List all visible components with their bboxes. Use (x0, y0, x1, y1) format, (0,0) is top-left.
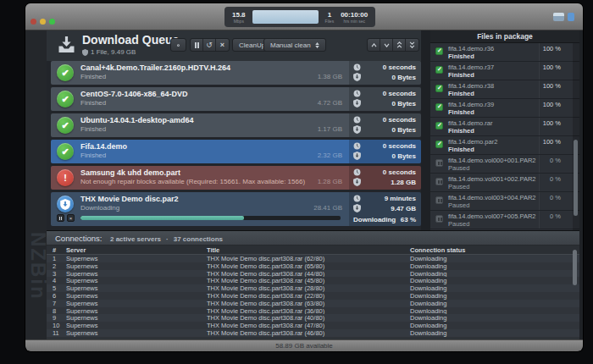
package-file-row[interactable]: fifa.14.demo.vol001+002.PAR2 Paused 0 % (430, 174, 579, 192)
file-percent: 100 % (543, 138, 561, 146)
file-state-checkbox[interactable] (435, 178, 443, 185)
queue-item-title: Canal+4k.Demo.Trailer.2160p.HDTV.H.264 (80, 63, 230, 72)
connection-status: Downloading (410, 322, 579, 329)
move-up-button[interactable] (368, 39, 380, 51)
connection-server: Supernews (66, 255, 207, 262)
zoom-window-button[interactable] (49, 19, 55, 25)
bytes-left: 0 Bytes (392, 152, 416, 160)
file-percent: 0 % (550, 157, 561, 164)
retry-button[interactable]: ↺ (203, 39, 216, 51)
queue-row[interactable]: ✔ Ubuntu-14.04.1-desktop-amd64 Finished … (51, 113, 421, 137)
file-state-checkbox[interactable] (435, 141, 443, 148)
file-state-checkbox[interactable] (435, 85, 443, 92)
connection-status: Downloading (410, 277, 579, 284)
file-status: Paused (448, 183, 469, 190)
speed-graph-blurred (252, 10, 319, 24)
manual-clean-dropdown[interactable]: Manual clean (263, 38, 326, 52)
connection-row[interactable]: 10 Supernews THX Movie Demo disc.part308… (47, 322, 579, 329)
package-file-row[interactable]: fifa.14.demo.vol000+001.PAR2 Paused 0 % (430, 155, 579, 174)
connections-count: 37 connections (174, 235, 223, 243)
toggle-sidebar-icon[interactable] (553, 13, 564, 21)
file-state-checkbox[interactable] (435, 122, 443, 130)
connection-server: Supernews (66, 314, 207, 322)
speed-stat: 15.8 Mbps (232, 11, 246, 24)
time-left: 0 seconds (383, 90, 416, 97)
bytes-left: 1.28 GB (391, 179, 416, 186)
file-status: Finished (448, 146, 474, 153)
cancel-all-button[interactable]: × (216, 39, 229, 51)
connection-row[interactable]: 5 Supernews THX Movie Demo disc.part308.… (47, 284, 579, 292)
connection-row[interactable]: 6 Supernews THX Movie Demo disc.part308.… (47, 292, 579, 300)
double-chevron-up-icon (396, 41, 402, 48)
file-state-checkbox[interactable] (435, 196, 443, 204)
package-file-row[interactable]: fifa.14.demo.par2 Finished 100 % (430, 136, 579, 155)
move-to-top-button[interactable] (393, 39, 406, 51)
bytes-left: 9.47 GB (391, 205, 416, 212)
queue-row-selected[interactable]: ✔ Fifa.14.demo Finished 2.32 GB 0 second… (51, 140, 421, 163)
queue-item-stats: 0 seconds 0 Bytes (349, 87, 421, 111)
connections-scrollbar-thumb[interactable] (573, 250, 577, 285)
queue-item-stats: 0 seconds 1.28 GB (349, 166, 421, 190)
connections-header: Connections: 2 active servers · 37 conne… (47, 231, 579, 245)
queue-row-downloading[interactable]: THX Movie Demo disc.par2 Downloading 28.… (51, 192, 421, 226)
connection-row[interactable]: 2 Supernews THX Movie Demo disc.part308.… (47, 262, 579, 270)
statistics-widget: 15.8 Mbps 1 Files 00:10:00 hrs min sec (224, 7, 375, 27)
file-name: fifa.14.demo.par2 (448, 138, 497, 146)
connection-row[interactable]: 3 Supernews THX Movie Demo disc.part308.… (47, 270, 579, 278)
progress-fill (80, 216, 244, 220)
connection-row[interactable]: 11 Supernews THX Movie Demo disc.part308… (47, 329, 579, 337)
package-file-row[interactable]: fifa.14.demo.r39 Finished 100 % (430, 99, 579, 118)
queue-row-error[interactable]: ! Samsung 4k uhd demo.part Not enough re… (51, 166, 421, 190)
queue-item-size: 1.17 GB (318, 125, 342, 133)
connection-row[interactable]: 4 Supernews THX Movie Demo disc.part308.… (47, 277, 579, 284)
sidebar-scrollbar[interactable] (573, 43, 579, 230)
package-file-row[interactable]: fifa.14.demo.rar Finished 100 % (430, 118, 579, 136)
pause-all-button[interactable] (191, 39, 203, 51)
connections-label: Connections: (55, 234, 102, 243)
connection-title: THX Movie Demo disc.part308.rar (44/80) (207, 270, 410, 278)
cancel-item-button[interactable]: × (67, 214, 75, 222)
connection-row[interactable]: 1 Supernews THX Movie Demo disc.part308.… (47, 255, 579, 262)
file-state-checkbox[interactable] (435, 66, 443, 74)
package-file-row[interactable]: fifa.14.demo.r37 Finished 100 % (430, 62, 579, 80)
package-file-row[interactable]: fifa.14.demo.r36 Finished 100 % (430, 43, 579, 62)
file-state-checkbox[interactable] (435, 103, 443, 111)
connection-row[interactable]: 8 Supernews THX Movie Demo disc.part308.… (47, 307, 579, 315)
close-window-button[interactable] (30, 19, 36, 25)
shield-download-icon (353, 178, 361, 186)
package-file-row[interactable]: fifa.14.demo.r38 Finished 100 % (430, 80, 579, 99)
minimize-window-button[interactable] (40, 19, 46, 25)
file-status: Paused (448, 220, 469, 228)
connection-server: Supernews (66, 292, 207, 300)
connections-summary: 2 active servers · 37 connections (110, 235, 223, 243)
chevron-up-icon (371, 43, 377, 47)
file-state-checkbox[interactable] (435, 159, 443, 167)
status-bar: 58.89 GB available (25, 339, 583, 351)
queue-summary: 1 File, 9.49 GB (82, 48, 136, 56)
connection-title: THX Movie Demo disc.part308.rar (45/80) (207, 277, 410, 284)
connection-num: 11 (53, 329, 66, 337)
queue-item-title: Ubuntu-14.04.1-desktop-amd64 (80, 116, 194, 124)
toggle-panel-icon[interactable] (568, 13, 574, 21)
queue-item-status: Downloading (80, 204, 119, 212)
queue-row[interactable]: ✔ CentOS-7.0-1406-x86_64-DVD Finished 4.… (51, 87, 421, 111)
connections-panel: Connections: 2 active servers · 37 conne… (47, 230, 579, 339)
connection-row[interactable]: 9 Supernews THX Movie Demo disc.part308.… (47, 314, 579, 322)
connection-status: Downloading (410, 270, 579, 278)
package-file-row[interactable]: fifa.14.demo.vol003+004.PAR2 Paused 0 % (430, 192, 579, 211)
settings-button[interactable] (170, 38, 186, 52)
sidebar-scrollbar-thumb[interactable] (574, 140, 578, 216)
time-left: 0 seconds (383, 116, 416, 124)
queue-row[interactable]: ✔ Canal+4k.Demo.Trailer.2160p.HDTV.H.264… (51, 61, 421, 85)
connection-row[interactable]: 7 Supernews THX Movie Demo disc.part308.… (47, 300, 579, 307)
move-to-bottom-button[interactable] (406, 39, 418, 51)
connections-table-body: 1 Supernews THX Movie Demo disc.part308.… (47, 255, 579, 337)
file-state-checkbox[interactable] (435, 215, 443, 223)
pause-item-button[interactable] (57, 214, 64, 222)
package-file-row[interactable]: fifa.14.demo.vol007+005.PAR2 Paused 0 % (430, 211, 579, 229)
active-servers-count: 2 active servers (110, 235, 161, 243)
move-down-button[interactable] (380, 39, 393, 51)
queue-item-stats: 9 minutes 9.47 GB Downloading 63 % (349, 192, 421, 226)
file-state-checkbox[interactable] (435, 47, 443, 55)
connection-title: THX Movie Demo disc.part308.rar (40/80) (207, 314, 410, 322)
